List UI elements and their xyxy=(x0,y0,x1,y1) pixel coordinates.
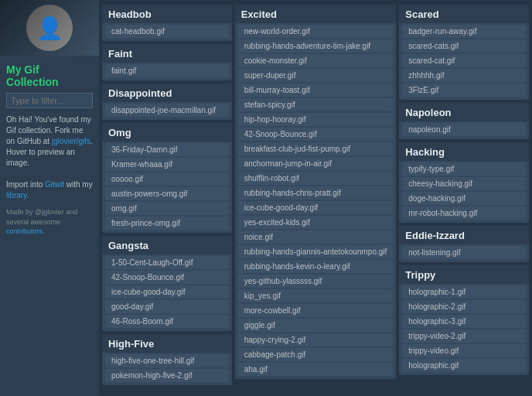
gif-item[interactable]: aha.gif xyxy=(238,363,394,376)
gif-item[interactable]: cheesy-hacking.gif xyxy=(402,177,526,190)
category-title: High-Five xyxy=(102,334,232,353)
category-disappointed: Disappointeddisappointed-joe-macmillan.g… xyxy=(102,84,232,120)
gif-item[interactable]: cat-headbob.gif xyxy=(105,25,229,38)
gif-item[interactable]: noice.gif xyxy=(238,230,394,244)
gif-item[interactable]: disappointed-joe-macmillan.gif xyxy=(105,104,229,117)
library-link[interactable]: library. xyxy=(6,191,29,200)
github-link[interactable]: jglovier/gifs xyxy=(52,137,90,145)
sidebar-content: My Gif Collection Oh Hai! You've found m… xyxy=(0,56,99,241)
category-trippy: Trippyholographic-1.gifholographic-2.gif… xyxy=(399,265,529,375)
gif-item[interactable]: breakfast-club-jud-fist-pump.gif xyxy=(238,142,394,155)
sidebar-footer: Made by @jglovier and several awesome co… xyxy=(6,207,93,237)
gif-item[interactable]: 42-Snoop-Bounce.gif xyxy=(238,128,394,141)
gif-item[interactable]: scared-cats.gif xyxy=(402,39,526,53)
gif-item[interactable]: omg.gif xyxy=(105,202,229,215)
category-faint: Faintfaint.gif xyxy=(102,44,232,80)
column-3: Scaredbadger-run-away.gifscared-cats.gif… xyxy=(399,5,529,391)
gif-item[interactable]: more-cowbell.gif xyxy=(238,304,394,317)
gif-item[interactable]: faint.gif xyxy=(105,64,229,77)
gif-item[interactable]: doge-hacking.gif xyxy=(402,192,526,205)
gif-item[interactable]: 1-50-Cent-Laugh-Off.gif xyxy=(105,256,229,269)
column-1: Headbobcat-headbob.gifFaintfaint.gifDisa… xyxy=(102,5,232,391)
gif-item[interactable]: badger-run-away.gif xyxy=(402,25,526,38)
category-title: Omg xyxy=(102,123,232,142)
gif-item[interactable]: holographic-3.gif xyxy=(402,315,526,328)
gif-item[interactable]: 42-Snoop-Bounce.gif xyxy=(105,271,229,284)
with-text: with my xyxy=(66,180,93,189)
gif-item[interactable]: anchorman-jump-in-air.gif xyxy=(238,157,394,170)
gif-item[interactable]: shufflin-robot.gif xyxy=(238,172,394,185)
contributors-link[interactable]: contributors. xyxy=(6,227,45,235)
gif-item[interactable]: yes-excited-kids.gif xyxy=(238,216,394,229)
gif-item[interactable]: 46-Ross-Boom.gif xyxy=(105,315,229,328)
gif-item[interactable]: cookie-monster.gif xyxy=(238,54,394,67)
gif-item[interactable]: rubbing-hands-adventure-tim-jake.gif xyxy=(238,39,394,53)
gif-item[interactable]: ooooo.gif xyxy=(105,172,229,186)
category-high-five: High-Fivehigh-five-one-tree-hill.gifpoke… xyxy=(102,334,232,385)
gif-item[interactable]: rubbing-hands-giannis-antetokounmpo.gif xyxy=(238,245,394,258)
gif-item[interactable]: trippy-video-2.gif xyxy=(402,329,526,343)
gif-item[interactable]: napoleon.gif xyxy=(402,123,526,136)
category-title: Excited xyxy=(235,5,397,23)
category-hacking: Hackingtypify-type.gifcheesy-hacking.gif… xyxy=(399,142,529,223)
gif-item[interactable]: cabbage-patch.gif xyxy=(238,348,394,361)
gif-item[interactable]: austin-powers-omg.gif xyxy=(105,187,229,200)
gif-item[interactable]: pokemon-high-five-2.gif xyxy=(105,369,229,382)
gif-item[interactable]: holographic.gif xyxy=(402,359,526,372)
category-headbob: Headbobcat-headbob.gif xyxy=(102,5,232,41)
gitwit-link[interactable]: Gitwit xyxy=(45,180,64,189)
gif-item[interactable]: ice-cube-good-day.gif xyxy=(105,285,229,299)
category-title: Eddie-Izzard xyxy=(399,226,529,244)
gif-item[interactable]: not-listening.gif xyxy=(402,246,526,259)
avatar: 👤 xyxy=(0,0,99,56)
avatar-image: 👤 xyxy=(26,5,73,51)
gif-item[interactable]: yes-github-ylasssss.gif xyxy=(238,275,394,288)
gif-item[interactable]: Kramer-whaaa.gif xyxy=(105,158,229,171)
page-title: My Gif Collection xyxy=(6,63,93,88)
category-gangsta: Gangsta1-50-Cent-Laugh-Off.gif42-Snoop-B… xyxy=(102,236,232,331)
gif-item[interactable]: fresh-prince-omg.gif xyxy=(105,217,229,230)
gif-item[interactable]: hip-hop-hooray.gif xyxy=(238,113,394,126)
gif-item[interactable]: rubbing-hands-kevin-o-leary.gif xyxy=(238,260,394,273)
gif-item[interactable]: bill-murray-toast.gif xyxy=(238,84,394,97)
gif-item[interactable]: scared-cat.gif xyxy=(402,54,526,67)
main-content: Headbobcat-headbob.gifFaintfaint.gifDisa… xyxy=(99,0,532,396)
category-eddie-izzard: Eddie-Izzardnot-listening.gif xyxy=(399,226,529,262)
gif-item[interactable]: zhhhhh.gif xyxy=(402,69,526,82)
sidebar-description: Oh Hai! You've found my Gif collection. … xyxy=(6,114,93,201)
category-title: Headbob xyxy=(102,5,232,23)
category-title: Napoleon xyxy=(399,103,529,121)
import-text: Import into xyxy=(6,180,43,189)
category-napoleon: Napoleonnapoleon.gif xyxy=(399,103,529,139)
category-title: Trippy xyxy=(399,265,529,284)
gif-item[interactable]: super-duper.gif xyxy=(238,69,394,82)
gif-item[interactable]: holographic-1.gif xyxy=(402,285,526,299)
gif-item[interactable]: stefan-spicy.gif xyxy=(238,98,394,111)
category-title: Gangsta xyxy=(102,236,232,254)
category-title: Scared xyxy=(399,5,529,23)
category-title: Disappointed xyxy=(102,84,232,102)
gif-item[interactable]: 3FlzE.gif xyxy=(402,84,526,97)
column-2: Excitednew-world-order.gifrubbing-hands-… xyxy=(235,5,397,391)
gif-item[interactable]: ice-cube-good-day.gif xyxy=(238,201,394,214)
gif-item[interactable]: 36-Friday-Damn.gif xyxy=(105,143,229,156)
gif-item[interactable]: good-day.gif xyxy=(105,300,229,313)
gif-item[interactable]: happy-crying-2.gif xyxy=(238,333,394,346)
gif-item[interactable]: holographic-2.gif xyxy=(402,300,526,313)
category-title: Hacking xyxy=(399,142,529,161)
gif-item[interactable]: new-world-order.gif xyxy=(238,25,394,38)
made-by-text: Made by @jglovier and several awesome xyxy=(6,208,77,226)
gif-item[interactable]: trippy-video.gif xyxy=(402,344,526,357)
sidebar: 👤 My Gif Collection Oh Hai! You've found… xyxy=(0,0,99,396)
gif-item[interactable]: rubbing-hands-chris-pratt.gif xyxy=(238,186,394,200)
gif-item[interactable]: typify-type.gif xyxy=(402,162,526,176)
gif-item[interactable]: kip_yes.gif xyxy=(238,289,394,302)
category-scared: Scaredbadger-run-away.gifscared-cats.gif… xyxy=(399,5,529,100)
category-excited: Excitednew-world-order.gifrubbing-hands-… xyxy=(235,5,397,379)
hover-text: Hover to preview an image. xyxy=(6,148,75,167)
search-input[interactable] xyxy=(6,93,93,108)
gif-item[interactable]: high-five-one-tree-hill.gif xyxy=(105,354,229,367)
gif-item[interactable]: mr-robot-hacking.gif xyxy=(402,207,526,220)
gif-item[interactable]: giggle.gif xyxy=(238,319,394,332)
category-title: Faint xyxy=(102,44,232,63)
